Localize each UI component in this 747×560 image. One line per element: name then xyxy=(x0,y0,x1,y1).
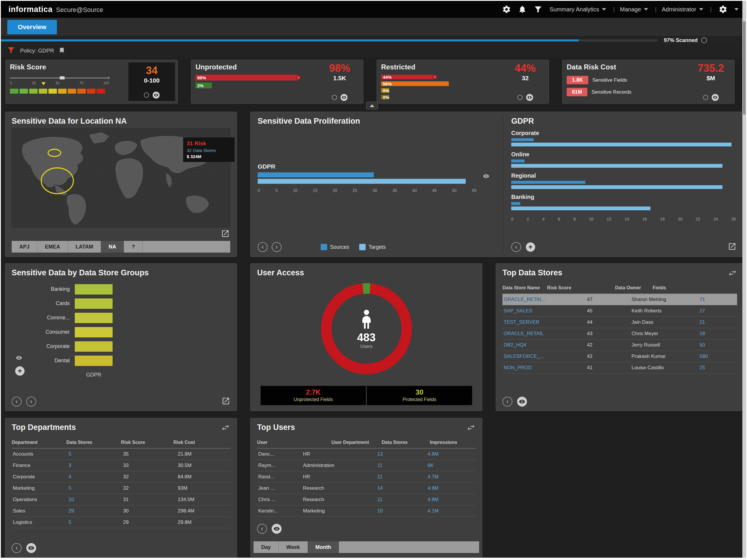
prev-icon[interactable]: ‹ xyxy=(12,397,22,407)
heat-cell[interactable] xyxy=(10,89,18,94)
world-map[interactable]: 31 Risk 32 Data Stores $ 324M xyxy=(12,128,230,228)
data-stores-link[interactable]: 11 xyxy=(377,474,428,480)
zoom-in-icon[interactable]: + xyxy=(15,366,25,376)
column-header[interactable]: Data Owner xyxy=(615,285,653,291)
column-header[interactable]: Impressions xyxy=(430,440,457,445)
policy-filter-icon[interactable] xyxy=(7,46,16,56)
data-store-link[interactable]: SALESFORCE_... xyxy=(503,353,587,359)
zoom-in-icon[interactable]: + xyxy=(526,242,535,252)
heat-cell[interactable] xyxy=(77,89,86,94)
column-header[interactable]: User Department xyxy=(332,440,382,445)
kpi-bar[interactable]: 2% xyxy=(196,83,212,88)
swap-view-icon[interactable] xyxy=(466,423,475,433)
access-stat[interactable]: 2.7K Unprotected Fields xyxy=(261,386,366,405)
fields-link[interactable]: 18 xyxy=(699,331,737,337)
region-tab[interactable]: APJ xyxy=(12,241,37,252)
risk-score-slider[interactable] xyxy=(10,75,109,80)
table-row[interactable]: SAP_SALES 45 Keith Roberts 27 xyxy=(503,305,737,317)
heatmap-cell[interactable] xyxy=(74,298,113,309)
fields-link[interactable]: 21 xyxy=(699,319,737,325)
region-tab[interactable]: NA xyxy=(101,241,124,252)
impressions-link[interactable]: 4.1M xyxy=(428,508,475,514)
sources-bar[interactable] xyxy=(511,160,525,162)
column-header[interactable]: Risk Score xyxy=(547,285,615,291)
fields-link[interactable]: 50 xyxy=(699,342,737,348)
export-icon[interactable] xyxy=(728,242,737,252)
eye-icon[interactable] xyxy=(340,94,347,101)
impressions-link[interactable]: 4.7M xyxy=(428,474,475,480)
legend-item[interactable]: Sources xyxy=(321,244,349,250)
chevron-down-icon[interactable] xyxy=(735,8,739,10)
table-row[interactable]: ORACLE_RETAI... 47 Sharon Mehling 71 xyxy=(503,294,737,305)
eye-icon[interactable] xyxy=(712,94,719,101)
nav-menu[interactable]: Administrator xyxy=(662,6,703,13)
table-row[interactable]: Jean ... Research 14 4.8M xyxy=(257,483,475,494)
column-header[interactable]: Risk Cost xyxy=(173,440,195,445)
column-header[interactable]: Data Stores xyxy=(66,440,121,445)
proliferation-bar[interactable] xyxy=(258,179,466,184)
dot-icon[interactable] xyxy=(332,95,337,100)
table-row[interactable]: Sales 29 30 298.4M xyxy=(12,505,230,517)
column-header[interactable]: User xyxy=(257,440,332,445)
table-row[interactable]: Marketing 5 32 93M xyxy=(12,483,230,494)
kpi-bar[interactable]: 56% xyxy=(381,81,449,86)
prev-icon[interactable]: ‹ xyxy=(258,242,267,252)
dot-icon[interactable] xyxy=(144,92,149,98)
eye-icon[interactable] xyxy=(481,173,491,181)
heat-cell[interactable] xyxy=(29,89,37,94)
legend-item[interactable]: Targets xyxy=(359,244,386,250)
next-icon[interactable]: › xyxy=(26,397,36,407)
swap-view-icon[interactable] xyxy=(221,423,230,433)
fields-link[interactable]: 71 xyxy=(699,297,737,302)
table-row[interactable]: DB2_HQ4 42 Jerry Russell 50 xyxy=(503,340,737,351)
data-stores-link[interactable]: 14 xyxy=(377,485,428,491)
heat-cell[interactable] xyxy=(39,89,47,94)
data-stores-link[interactable]: 5 xyxy=(69,485,123,491)
data-stores-link[interactable]: 13 xyxy=(377,451,428,457)
proliferation-bar[interactable] xyxy=(258,172,374,177)
targets-bar[interactable] xyxy=(511,143,731,146)
bookmark-icon[interactable] xyxy=(59,47,65,55)
table-row[interactable]: Finance 3 33 30.5M xyxy=(12,460,230,471)
nav-menu[interactable]: Manage xyxy=(620,6,648,13)
table-row[interactable]: Corporate 4 32 84.8M xyxy=(12,471,230,483)
data-stores-link[interactable]: 11 xyxy=(377,497,428,503)
table-row[interactable]: SALESFORCE_... 42 Prakash Kumar 580 xyxy=(503,351,737,362)
targets-bar[interactable] xyxy=(511,164,722,168)
eye-icon[interactable] xyxy=(272,524,282,534)
export-icon[interactable] xyxy=(221,229,230,239)
table-row[interactable]: Operations 10 31 134.5M xyxy=(12,494,230,505)
swap-view-icon[interactable] xyxy=(728,268,737,279)
eye-icon[interactable] xyxy=(517,397,527,407)
heatmap-cell[interactable] xyxy=(74,341,113,352)
impressions-link[interactable]: 4.8M xyxy=(428,485,475,491)
prev-icon[interactable]: ‹ xyxy=(12,543,22,553)
bell-icon[interactable] xyxy=(518,5,527,14)
next-icon[interactable]: › xyxy=(272,242,282,252)
filter-icon[interactable] xyxy=(534,5,542,14)
vertical-scrollbar[interactable] xyxy=(742,1,746,558)
eye-icon[interactable] xyxy=(526,94,533,101)
gear-icon[interactable] xyxy=(502,5,511,14)
column-header[interactable]: Data Stores xyxy=(382,440,430,445)
risk-cost-badge[interactable]: 1.8K xyxy=(567,76,588,84)
fields-link[interactable]: 27 xyxy=(699,308,737,314)
heat-cell[interactable] xyxy=(20,89,28,94)
targets-bar[interactable] xyxy=(511,207,650,210)
table-row[interactable]: Kerstin... Marketing 10 4.1M xyxy=(257,505,475,517)
period-tab[interactable]: Day xyxy=(254,541,279,553)
data-store-link[interactable]: TEST_SERVER xyxy=(503,319,587,325)
fields-link[interactable]: 25 xyxy=(699,365,737,371)
data-stores-link[interactable]: 10 xyxy=(377,508,428,514)
region-tab[interactable]: LATAM xyxy=(68,241,101,252)
data-stores-link[interactable]: 29 xyxy=(69,508,123,514)
table-row[interactable]: ORACLE_RETAIL 43 Chris Meyer 18 xyxy=(503,328,737,340)
table-row[interactable]: Raym... Administration 11 6K xyxy=(257,460,475,471)
sources-bar[interactable] xyxy=(511,181,585,184)
bar-endpoint-icon[interactable] xyxy=(296,75,301,80)
heatmap-cell[interactable] xyxy=(74,327,113,338)
scrollbar-thumb[interactable] xyxy=(743,21,746,115)
heat-cell[interactable] xyxy=(58,89,67,94)
heat-cell[interactable] xyxy=(48,89,57,94)
heatmap-cell[interactable] xyxy=(74,284,113,295)
